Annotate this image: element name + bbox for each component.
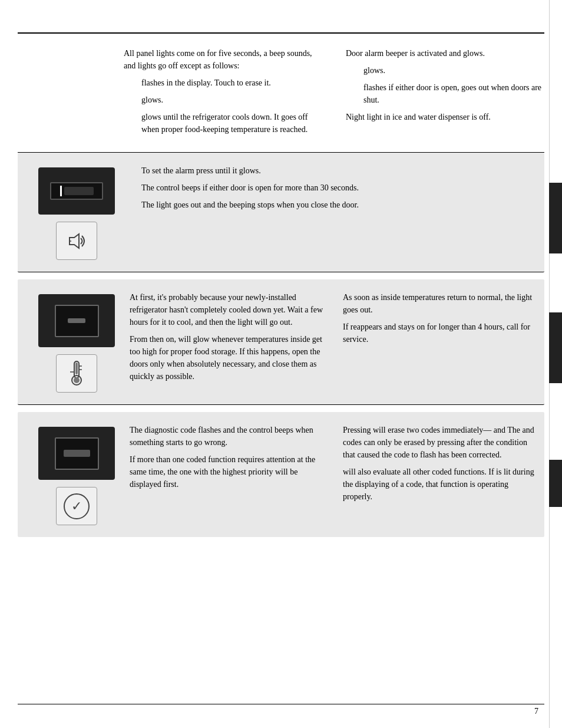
speaker-icon <box>65 229 88 253</box>
temp-col-left: At first, it's probably because your new… <box>130 291 337 393</box>
cursor-indicator <box>60 186 62 196</box>
right-margin <box>549 0 562 728</box>
diag-icons: ✓ <box>24 424 130 525</box>
temp-right-para1: As soon as inside temperatures return to… <box>343 291 538 316</box>
bottom-rule <box>18 704 544 704</box>
svg-point-1 <box>70 241 71 242</box>
intro-right-item2: flashes if either door is open, goes out… <box>363 81 544 106</box>
intro-right-item3: Night light in ice and water dispenser i… <box>346 111 544 123</box>
diag-right-para2: will also evaluate all other coded funct… <box>343 466 538 503</box>
intro-item1: flashes in the display. Touch to erase i… <box>141 77 322 89</box>
check-icon: ✓ <box>64 493 90 519</box>
diag-content: The diagnostic code flashes and the cont… <box>130 424 538 525</box>
diag-bar <box>64 450 90 457</box>
temp-display-icon <box>38 294 115 347</box>
alarm-para1: To set the alarm press until it glows. <box>141 164 538 177</box>
intro-right-item1: glows. <box>363 64 544 77</box>
display-window <box>50 182 103 200</box>
intro-item3: glows until the refrigerator cools down.… <box>141 111 322 136</box>
temp-dash <box>68 318 85 323</box>
temp-inner-display <box>55 305 99 337</box>
temp-para2: From then on, will glow whenever tempera… <box>130 333 325 383</box>
section-intro: All panel lights come on for five second… <box>18 35 544 153</box>
tab-marker-1 <box>549 183 562 253</box>
door-alarm-icons <box>24 164 130 260</box>
check-icon-box: ✓ <box>56 487 97 525</box>
diag-display-icon <box>38 427 115 480</box>
section-door-alarm: To set the alarm press until it glows. T… <box>18 153 544 272</box>
top-rule <box>18 32 544 34</box>
svg-point-5 <box>74 377 80 383</box>
section-temperature: At first, it's probably because your new… <box>18 279 544 405</box>
diag-col-left: The diagnostic code flashes and the cont… <box>130 424 337 525</box>
page-number: 7 <box>534 707 538 716</box>
display-bar <box>64 187 94 195</box>
diag-right-para1: Pressing will erase two codes immediatel… <box>343 424 538 461</box>
diag-para1: The diagnostic code flashes and the cont… <box>130 424 325 449</box>
tab-marker-3 <box>549 460 562 507</box>
display-icon <box>38 167 115 215</box>
diag-inner-display <box>55 437 99 470</box>
temp-col-right: As soon as inside temperatures return to… <box>337 291 538 393</box>
intro-col-right: Door alarm beeper is activated and glows… <box>334 47 544 140</box>
diag-para2: If more than one coded function requires… <box>130 453 325 490</box>
svg-rect-3 <box>75 363 78 374</box>
thermometer-icon-box <box>56 354 97 393</box>
intro-col-left: All panel lights come on for five second… <box>18 47 334 140</box>
intro-right-para1: Door alarm beeper is activated and glows… <box>346 47 544 60</box>
temp-icons <box>24 291 130 393</box>
diag-col-right: Pressing will erase two codes immediatel… <box>337 424 538 525</box>
speaker-icon-box <box>56 222 97 260</box>
section-diagnostic: ✓ The diagnostic code flashes and the co… <box>18 412 544 537</box>
thermometer-icon <box>65 359 88 388</box>
alarm-para3: The light goes out and the beeping stops… <box>141 199 538 211</box>
door-alarm-content: To set the alarm press until it glows. T… <box>130 164 538 260</box>
page: All panel lights come on for five second… <box>0 0 562 728</box>
temp-content: At first, it's probably because your new… <box>130 291 538 393</box>
tab-marker-2 <box>549 312 562 383</box>
main-content: All panel lights come on for five second… <box>18 35 544 710</box>
intro-item2: glows. <box>141 94 322 106</box>
temp-right-para2: If reappears and stays on for longer tha… <box>343 321 538 345</box>
alarm-para2: The control beeps if either door is open… <box>141 182 538 194</box>
temp-para1: At first, it's probably because your new… <box>130 291 325 328</box>
intro-para1: All panel lights come on for five second… <box>124 47 322 72</box>
